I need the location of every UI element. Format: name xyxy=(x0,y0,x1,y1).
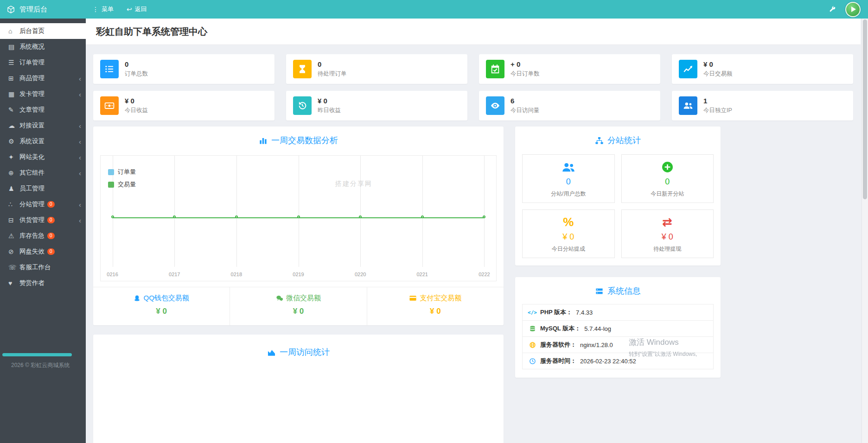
menu-label: 菜单 xyxy=(102,5,114,13)
stat-label: 今日订单数 xyxy=(511,70,540,78)
stat-label: 今日交易额 xyxy=(703,70,733,78)
chart-line-icon xyxy=(679,60,697,78)
wrench-icon[interactable] xyxy=(829,6,836,13)
stat-value: 0 xyxy=(318,60,347,68)
return-arrow-icon: ↩ xyxy=(127,6,132,13)
sidebar-item-label: 分站管理 xyxy=(19,200,45,209)
sidebar: ⌂ 后台首页 ▤ 系统概况 ☰ 订单管理 ⊞ 商品管理 ‹ ▦ 发卡管理 ‹ ✎… xyxy=(0,19,86,443)
sidebar-item-goods[interactable]: ⊞ 商品管理 ‹ xyxy=(0,70,86,86)
sidebar-item-label: 系统设置 xyxy=(19,137,45,146)
sidebar-item-staff[interactable]: ♟ 员工管理 xyxy=(0,181,86,196)
data-point-marker xyxy=(421,215,424,218)
topbar: 管理后台 ⋮ 菜单 ↩ 返回 xyxy=(0,0,868,19)
trade-chart-card: 一周交易数据分析 xyxy=(93,127,504,325)
substat-value: 0 xyxy=(566,177,571,187)
sidebar-item-settings[interactable]: ⚙ 系统设置 ‹ xyxy=(0,133,86,149)
sidebar-copyright: 2026 © 彩虹云商城系统 xyxy=(11,361,70,369)
stat-value: ¥ 0 xyxy=(125,97,148,105)
substation-title-text: 分站统计 xyxy=(607,135,641,146)
sidebar-item-suppliers[interactable]: ⊟ 供货管理 0 ‹ xyxy=(0,212,86,228)
sidebar-item-beautify[interactable]: ✦ 网站美化 ‹ xyxy=(0,149,86,165)
sidebar-item-articles[interactable]: ✎ 文章管理 xyxy=(0,102,86,118)
sidebar-item-orders[interactable]: ☰ 订单管理 xyxy=(0,55,86,70)
heart-icon: ♥ xyxy=(8,279,19,287)
user-avatar[interactable] xyxy=(845,2,861,17)
stat-card-today-profit: ¥ 0 今日收益 xyxy=(93,91,274,120)
info-row-php: </> PHP 版本： 7.4.33 xyxy=(523,304,713,321)
count-badge: 0 xyxy=(47,201,55,208)
sidebar-item-home[interactable]: ⌂ 后台首页 xyxy=(0,23,86,39)
substat-withdraw-pending: ⇄ ¥ 0 待处理提现 xyxy=(621,209,714,258)
sidebar-item-api[interactable]: ☁ 对接设置 ‹ xyxy=(0,118,86,133)
sidebar-item-substations[interactable]: ∴ 分站管理 0 ‹ xyxy=(0,196,86,212)
legend-item-trades[interactable]: 交易量 xyxy=(108,180,136,189)
visits-title-text: 一周访问统计 xyxy=(280,347,330,358)
chevron-left-icon: ‹ xyxy=(79,216,81,224)
sidebar-item-stock-alert[interactable]: ⚠ 库存告急 0 xyxy=(0,228,86,244)
alipay-icon xyxy=(409,294,417,302)
x-axis-label: 0218 xyxy=(231,272,242,277)
code-icon: </> xyxy=(528,310,536,316)
brush-icon: ✦ xyxy=(8,153,19,161)
payment-value: ¥ 0 xyxy=(93,307,230,316)
legend-swatch-orders xyxy=(108,169,114,175)
info-label: PHP 版本： xyxy=(540,308,572,316)
page-scrollbar-track[interactable] xyxy=(862,19,868,443)
sidebar-item-overview[interactable]: ▤ 系统概况 xyxy=(0,39,86,55)
sidebar-item-service-desk[interactable]: ☏ 客服工作台 xyxy=(0,259,86,275)
goods-icon: ⊞ xyxy=(8,75,19,82)
back-button[interactable]: ↩ 返回 xyxy=(120,0,153,19)
legend-item-orders[interactable]: 订单量 xyxy=(108,168,136,176)
info-value: 2026-02-23 22:40:52 xyxy=(580,358,636,365)
legend-swatch-trades xyxy=(108,182,114,188)
count-badge: 0 xyxy=(47,248,55,255)
substat-label: 待处理提现 xyxy=(653,245,681,253)
article-icon: ✎ xyxy=(8,106,19,114)
sidebar-item-cards[interactable]: ▦ 发卡管理 ‹ xyxy=(0,86,86,102)
stat-card-today-unique-ip: 1 今日独立IP xyxy=(672,91,853,120)
sidebar-item-netdisk-invalid[interactable]: ⊘ 网盘失效 0 xyxy=(0,244,86,259)
stat-card-pending-orders: 0 待处理订单 xyxy=(286,54,467,84)
chart-legend: 订单量 交易量 xyxy=(108,168,136,189)
sidebar-scrollbar-thumb[interactable] xyxy=(2,353,72,356)
substat-value: ¥ 0 xyxy=(662,232,673,242)
clock-icon xyxy=(528,358,536,365)
chevron-left-icon: ‹ xyxy=(79,122,81,130)
sidebar-item-donate[interactable]: ♥ 赞赏作者 xyxy=(0,275,86,291)
wechat-icon xyxy=(276,295,283,302)
substat-new-today: 0 今日新开分站 xyxy=(621,154,714,203)
system-info-list: </> PHP 版本： 7.4.33 MySQL 版本： 5.7.44-log xyxy=(522,304,714,369)
substation-title: 分站统计 xyxy=(522,135,714,146)
users-icon xyxy=(679,96,697,115)
sitemap-icon xyxy=(595,136,604,145)
page-scrollbar-thumb[interactable] xyxy=(863,19,867,199)
payment-value: ¥ 0 xyxy=(367,307,504,316)
chevron-left-icon: ‹ xyxy=(79,201,81,209)
sidebar-item-label: 文章管理 xyxy=(19,106,45,114)
gridline xyxy=(236,156,237,267)
sidebar-item-components[interactable]: ⊕ 其它组件 ‹ xyxy=(0,165,86,181)
system-info-title-text: 系统信息 xyxy=(607,285,641,297)
chart-watermark: 搭建分享网 xyxy=(335,180,372,188)
plus-circle-icon xyxy=(661,160,674,175)
main-area: 彩虹自助下单系统管理中心 0 订单总数 0 待处理订单 xyxy=(86,19,861,443)
netdisk-invalid-icon: ⊘ xyxy=(8,248,19,255)
data-point-marker xyxy=(297,215,300,218)
chevron-left-icon: ‹ xyxy=(79,90,81,98)
sitemap-icon: ∴ xyxy=(8,201,19,208)
stat-value: 1 xyxy=(703,97,732,105)
info-label: 服务器软件： xyxy=(540,341,576,349)
menu-toggle-button[interactable]: ⋮ 菜单 xyxy=(86,0,120,19)
sidebar-item-label: 客服工作台 xyxy=(19,263,51,272)
cloud-icon: ☁ xyxy=(8,122,19,129)
x-axis-label: 0221 xyxy=(416,272,428,277)
app-brand[interactable]: 管理后台 xyxy=(0,5,86,14)
left-column: 一周交易数据分析 xyxy=(93,127,504,443)
sidebar-item-label: 订单管理 xyxy=(19,58,45,67)
info-value: 5.7.44-log xyxy=(584,325,611,332)
sidebar-item-label: 网盘失效 xyxy=(19,247,45,256)
sidebar-item-label: 库存告急 xyxy=(19,232,45,240)
back-label: 返回 xyxy=(135,5,147,13)
staff-icon: ♟ xyxy=(8,185,19,192)
legend-label: 订单量 xyxy=(118,168,136,176)
